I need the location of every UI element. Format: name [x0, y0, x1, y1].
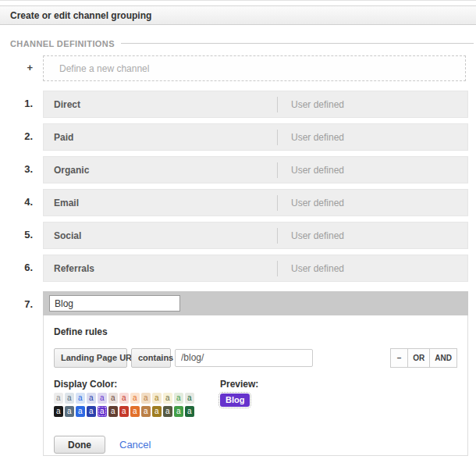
color-swatch[interactable]: a: [119, 406, 129, 417]
channel-number: 4.: [0, 189, 33, 216]
channel-row-wrap: 3. Organic User defined: [0, 156, 468, 183]
color-swatch[interactable]: a: [76, 393, 85, 404]
plus-icon: +: [0, 55, 33, 81]
channel-row-wrap: 1. Direct User defined: [0, 91, 468, 118]
channel-row-direct[interactable]: Direct User defined: [43, 91, 468, 118]
define-new-channel-button[interactable]: Define a new channel: [43, 55, 466, 81]
editor-panel: Define rules Landing Page URL ▾ contains…: [43, 315, 468, 456]
define-rules-heading: Define rules: [54, 326, 457, 338]
channel-name: Social: [44, 230, 277, 241]
channel-name: Paid: [44, 132, 277, 143]
channel-number: 6.: [0, 255, 33, 282]
preview-badge: Blog: [220, 394, 250, 407]
swatch-row-light: aaaaaaaaaaaaa: [54, 393, 210, 404]
channel-name: Direct: [44, 99, 277, 110]
color-swatch[interactable]: a: [98, 393, 107, 404]
color-swatch[interactable]: a: [119, 393, 129, 404]
color-swatch[interactable]: a: [87, 406, 96, 417]
color-swatch[interactable]: a: [163, 393, 172, 404]
rule-button-group: – OR AND: [390, 348, 457, 368]
channel-number: 7.: [0, 291, 33, 456]
preview-block: Preview: Blog: [220, 379, 258, 417]
rule-value-input[interactable]: [175, 349, 313, 367]
channel-row-referrals[interactable]: Referrals User defined: [43, 255, 468, 282]
operator-dropdown[interactable]: contains ▾: [131, 348, 171, 368]
section-divider-line: [121, 43, 474, 44]
channel-type: User defined: [278, 99, 344, 110]
define-new-channel-label: Define a new channel: [59, 63, 149, 74]
channel-name: Referrals: [44, 263, 277, 274]
channel-row-organic[interactable]: Organic User defined: [43, 156, 468, 183]
channel-editor: 7. Define rules Landing Page URL ▾ conta…: [0, 291, 468, 456]
channel-number: 1.: [0, 91, 33, 118]
color-swatch[interactable]: a: [54, 406, 63, 417]
channel-name: Organic: [44, 165, 277, 176]
dialog-header: Create or edit channel grouping: [0, 5, 476, 25]
color-swatch[interactable]: a: [98, 406, 107, 417]
dialog-title: Create or edit channel grouping: [10, 10, 151, 21]
color-swatch[interactable]: a: [54, 393, 63, 404]
color-swatch[interactable]: a: [108, 406, 118, 417]
channel-type: User defined: [278, 198, 344, 208]
color-swatch[interactable]: a: [185, 393, 194, 404]
color-swatch[interactable]: a: [108, 393, 118, 404]
channel-name: Email: [44, 198, 277, 208]
top-divider: [0, 0, 476, 1]
display-color-block: Display Color: aaaaaaaaaaaaa aaaaaaaaaaa…: [54, 379, 210, 417]
and-button[interactable]: AND: [429, 348, 457, 368]
color-swatch[interactable]: a: [130, 406, 140, 417]
new-channel-row: + Define a new channel: [0, 55, 466, 81]
operator-dropdown-value: contains: [138, 353, 173, 362]
color-swatch[interactable]: a: [141, 406, 151, 417]
channel-number: 3.: [0, 156, 33, 183]
channel-row-email[interactable]: Email User defined: [43, 189, 468, 216]
channel-row-social[interactable]: Social User defined: [43, 222, 468, 249]
channel-type: User defined: [278, 263, 344, 274]
color-swatch[interactable]: a: [65, 393, 74, 404]
color-swatch[interactable]: a: [141, 393, 151, 404]
channel-number: 2.: [0, 123, 33, 151]
remove-rule-button[interactable]: –: [390, 348, 409, 368]
color-swatch[interactable]: a: [163, 406, 172, 417]
editor-header-bar: [43, 291, 468, 315]
or-button[interactable]: OR: [407, 348, 430, 368]
channel-row-paid[interactable]: Paid User defined: [43, 123, 468, 151]
channel-row-wrap: 4. Email User defined: [0, 189, 468, 216]
color-preview-row: Display Color: aaaaaaaaaaaaa aaaaaaaaaaa…: [54, 379, 457, 417]
color-swatch[interactable]: a: [130, 393, 140, 404]
channel-row-wrap: 6. Referrals User defined: [0, 255, 468, 282]
channel-number: 5.: [0, 222, 33, 249]
dimension-dropdown-value: Landing Page URL: [61, 353, 137, 362]
color-swatch[interactable]: a: [87, 393, 96, 404]
swatch-row-dark: aaaaaaaaaaaaa: [54, 406, 210, 417]
section-label: CHANNEL DEFINITIONS: [10, 39, 115, 48]
channel-row-wrap: 5. Social User defined: [0, 222, 468, 249]
action-row: Done Cancel: [54, 436, 457, 454]
cancel-link[interactable]: Cancel: [119, 439, 151, 451]
channel-type: User defined: [278, 165, 344, 176]
color-swatch[interactable]: a: [174, 406, 183, 417]
done-button[interactable]: Done: [54, 436, 105, 454]
channel-list: 1. Direct User defined 2. Paid User defi…: [0, 91, 476, 282]
display-color-label: Display Color:: [54, 379, 210, 390]
color-swatch[interactable]: a: [65, 406, 74, 417]
color-swatch[interactable]: a: [174, 393, 183, 404]
color-swatch[interactable]: a: [152, 406, 162, 417]
channel-type: User defined: [278, 132, 344, 143]
channel-row-wrap: 2. Paid User defined: [0, 123, 468, 151]
channel-name-input[interactable]: [49, 295, 180, 312]
rule-row: Landing Page URL ▾ contains ▾ – OR AND: [54, 347, 457, 368]
color-swatch[interactable]: a: [152, 393, 162, 404]
dimension-dropdown[interactable]: Landing Page URL ▾: [54, 348, 127, 368]
section-header: CHANNEL DEFINITIONS: [10, 38, 474, 48]
preview-label: Preview:: [220, 379, 258, 390]
channel-type: User defined: [278, 230, 344, 241]
color-swatch[interactable]: a: [185, 406, 194, 417]
color-swatch[interactable]: a: [76, 406, 85, 417]
